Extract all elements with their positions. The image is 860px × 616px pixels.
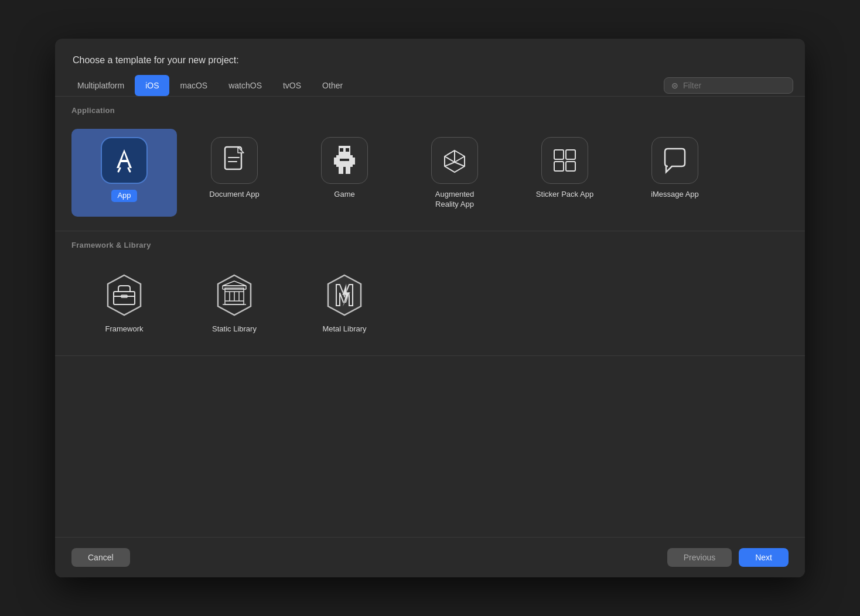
tab-macos[interactable]: macOS bbox=[169, 75, 218, 96]
sticker-pack-icon bbox=[541, 137, 588, 184]
tabs-bar: Multiplatform iOS macOS watchOS tvOS Oth… bbox=[55, 75, 805, 97]
section-framework-library: Framework & Library bbox=[55, 231, 805, 356]
svg-line-18 bbox=[455, 162, 465, 166]
template-static-library-label: Static Library bbox=[212, 324, 257, 334]
svg-rect-21 bbox=[566, 150, 575, 159]
tab-watchos[interactable]: watchOS bbox=[218, 75, 272, 96]
template-ar-app-label: AugmentedReality App bbox=[435, 190, 475, 210]
template-document-app-label: Document App bbox=[209, 190, 259, 200]
game-icon bbox=[321, 137, 368, 184]
template-game-label: Game bbox=[334, 190, 354, 200]
template-static-library[interactable]: Static Library bbox=[182, 263, 287, 341]
template-document-app[interactable]: Document App bbox=[182, 129, 287, 217]
tab-other[interactable]: Other bbox=[312, 75, 353, 96]
tab-ios[interactable]: iOS bbox=[135, 75, 169, 96]
svg-line-19 bbox=[445, 162, 455, 166]
svg-rect-8 bbox=[346, 167, 350, 174]
cancel-button[interactable]: Cancel bbox=[71, 548, 130, 567]
template-framework[interactable]: Framework bbox=[71, 263, 177, 341]
next-button[interactable]: Next bbox=[739, 548, 789, 567]
static-library-icon bbox=[211, 272, 258, 319]
svg-rect-23 bbox=[566, 162, 575, 171]
section-application-title: Application bbox=[55, 97, 805, 119]
template-metal-library[interactable]: Metal Library bbox=[292, 263, 397, 341]
svg-rect-9 bbox=[340, 148, 343, 152]
template-game[interactable]: Game bbox=[292, 129, 397, 217]
svg-line-17 bbox=[455, 156, 465, 162]
template-chooser-dialog: Choose a template for your new project: … bbox=[55, 39, 805, 577]
filter-input[interactable] bbox=[683, 81, 786, 90]
svg-rect-5 bbox=[334, 158, 339, 165]
svg-rect-6 bbox=[350, 158, 355, 165]
svg-rect-10 bbox=[346, 148, 349, 152]
section-application: Application App bbox=[55, 97, 805, 231]
svg-rect-22 bbox=[554, 162, 564, 171]
svg-line-16 bbox=[445, 156, 455, 162]
ar-app-icon bbox=[431, 137, 478, 184]
application-grid: App Document App bbox=[55, 119, 805, 231]
template-app-label: App bbox=[111, 190, 136, 202]
svg-rect-7 bbox=[339, 167, 343, 174]
tab-multiplatform[interactable]: Multiplatform bbox=[67, 75, 135, 96]
template-imessage-app-label: iMessage App bbox=[651, 190, 699, 200]
app-icon bbox=[101, 137, 148, 184]
footer-right: Previous Next bbox=[667, 548, 789, 567]
template-sticker-pack[interactable]: Sticker Pack App bbox=[512, 129, 617, 217]
template-ar-app[interactable]: AugmentedReality App bbox=[402, 129, 507, 217]
template-sticker-pack-label: Sticker Pack App bbox=[536, 190, 593, 200]
section-framework-library-title: Framework & Library bbox=[55, 231, 805, 254]
template-app[interactable]: App bbox=[71, 129, 177, 217]
filter-icon: ⊜ bbox=[671, 81, 678, 90]
content-area: Application App bbox=[55, 97, 805, 537]
tab-tvos[interactable]: tvOS bbox=[272, 75, 312, 96]
previous-button[interactable]: Previous bbox=[667, 548, 732, 567]
metal-library-icon bbox=[321, 272, 368, 319]
svg-rect-20 bbox=[554, 150, 564, 159]
filter-box[interactable]: ⊜ bbox=[664, 77, 793, 94]
template-framework-label: Framework bbox=[105, 324, 143, 334]
svg-rect-12 bbox=[341, 161, 343, 163]
template-imessage-app[interactable]: iMessage App bbox=[622, 129, 728, 217]
dialog-title: Choose a template for your new project: bbox=[55, 39, 805, 75]
imessage-app-icon bbox=[651, 137, 698, 184]
document-app-icon bbox=[211, 137, 258, 184]
template-metal-library-label: Metal Library bbox=[322, 324, 366, 334]
dialog-footer: Cancel Previous Next bbox=[55, 537, 805, 577]
svg-rect-11 bbox=[340, 159, 349, 161]
framework-icon bbox=[101, 272, 148, 319]
svg-rect-13 bbox=[346, 161, 348, 163]
framework-grid: Framework bbox=[55, 254, 805, 355]
